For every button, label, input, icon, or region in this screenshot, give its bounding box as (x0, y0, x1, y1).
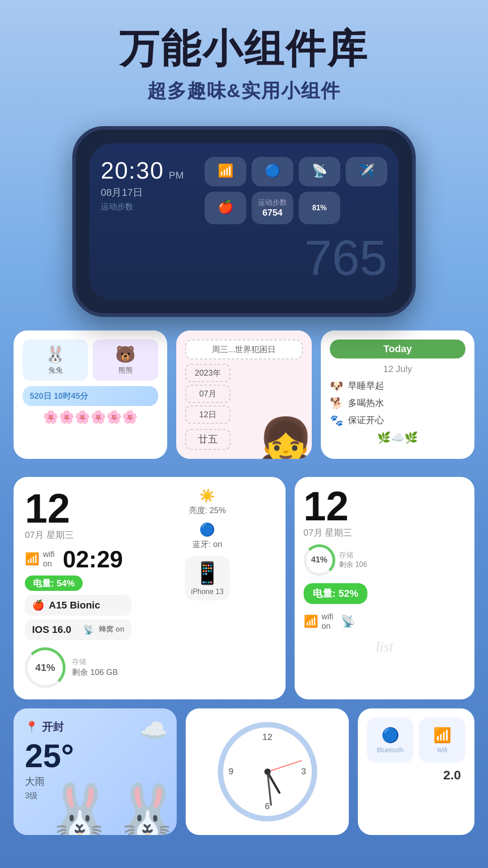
battery-right: 电量: 52% (304, 583, 367, 604)
sub-title: 超多趣味&实用小组件 (18, 78, 470, 104)
wifi-btn[interactable]: 📶 Wifi (419, 717, 465, 763)
time-display: 02:29 (63, 546, 123, 573)
header-section: 万能小组件库 超多趣味&实用小组件 (0, 0, 488, 117)
clock-sec-hand (267, 760, 302, 772)
flowers-deco: 🌸🌸🌸🌸🌸🌸 (23, 410, 158, 425)
today-date: 12 July (330, 364, 465, 374)
main-info-widget: 12 07月 星期三 📶 wifi on 02:29 电量: 54% 🍎 A15… (14, 477, 286, 699)
storage-circle-right: 41% (304, 544, 335, 576)
weather-widget: 📍 开封 ☁️ 25° 大雨 3级 🐰🐰 (14, 708, 177, 835)
wifi-icon-left: 📶 (25, 552, 39, 566)
small-date-left: 07月 星期三 (25, 529, 131, 541)
bt-icon: 🔵 (265, 163, 281, 178)
cal-lunar: 廿五 (185, 429, 230, 450)
steps-count: 6754 (263, 208, 283, 218)
task-item-1: 🐶 早睡早起 (330, 380, 465, 392)
task-text-3: 保证开心 (348, 414, 384, 426)
weather-temp: 25° (25, 740, 165, 772)
small-btn-row-top: 🔵 Bluetooth 📶 Wifi (367, 717, 465, 763)
phone-time: 20:30 PM (101, 157, 184, 184)
animal-grid: 🐰 兔兔 🐻 熊熊 (23, 340, 158, 381)
wifi-icon-right: 📶 (304, 614, 318, 628)
widget-anime: 周三...世界犯困日 2023年 07月 12日 廿五 👧 (176, 330, 312, 459)
clock-widget: 12 3 6 9 (186, 708, 349, 835)
phone-frame: 20:30 PM 08月17日 运动步数 📶 🔵 📡 (72, 126, 416, 317)
bluetooth-btn[interactable]: 🔵 Bluetooth (367, 717, 413, 763)
wifi-label-right: wifi on (322, 612, 333, 631)
apple-icon: 🍎 (218, 199, 234, 214)
wifi-label-left: wifi on (43, 550, 55, 569)
widget-animals: 🐰 兔兔 🐻 熊熊 520日 10时45分 🌸🌸🌸🌸🌸🌸 (14, 330, 167, 459)
speech-bubble: 周三...世界犯困日 (185, 340, 303, 359)
small-num: 2.0 (443, 768, 461, 783)
cal-month: 07月 (185, 385, 230, 403)
wifi-icon: 📶 (218, 163, 234, 178)
location-text: 开封 (42, 720, 64, 734)
phone-mockup-section: 20:30 PM 08月17日 运动步数 📶 🔵 📡 (0, 117, 488, 317)
wifi-btn-icon: 📶 (433, 726, 451, 744)
task-item-3: 🐾 保证开心 (330, 414, 465, 427)
phone-steps-label: 运动步数 (101, 201, 184, 212)
big-date-right: 12 (304, 486, 465, 527)
script-text: list (304, 638, 465, 655)
cc-airdrop[interactable]: 📡 (299, 157, 340, 186)
widgets-section: 🐰 兔兔 🐻 熊熊 520日 10时45分 🌸🌸🌸🌸🌸🌸 周三...世界犯困日 … (0, 317, 488, 477)
cc-battery[interactable]: 81% (299, 192, 340, 224)
phone-image-box: 📱 iPhone 13 (185, 556, 230, 600)
task-item-2: 🐕 多喝热水 (330, 397, 465, 410)
brightness-label: 亮度: 25% (189, 505, 226, 516)
phone-model-label: iPhone 13 (191, 588, 224, 596)
clock-face: 12 3 6 9 (218, 722, 317, 821)
battery-pct: 81% (312, 204, 327, 212)
partial-right-widget: 12 07月 星期三 41% 存储 剩余 106 电量: 52% 📶 wifi … (295, 477, 474, 699)
clouds-deco: ☁️ (140, 717, 168, 744)
bottom-row: 📍 开封 ☁️ 25° 大雨 3级 🐰🐰 12 3 6 9 🔵 Bluetoot… (0, 708, 488, 849)
control-center: 📶 🔵 📡 ✈️ 🍎 运动步数 (205, 157, 387, 224)
widget-today: Today 12 July 🐶 早睡早起 🐕 多喝热水 🐾 保证开心 🌿☁️🌿 (321, 330, 474, 459)
airdrop-icon: 📡 (312, 163, 328, 178)
animal-card-rabbit: 🐰 兔兔 (23, 340, 88, 381)
clock-12: 12 (263, 732, 272, 742)
cc-wifi[interactable]: 📶 (205, 157, 246, 186)
task-text-2: 多喝热水 (348, 397, 384, 409)
storage-pct: 41% (35, 662, 55, 674)
remain-right: 剩余 106 (339, 560, 367, 570)
main-title: 万能小组件库 (18, 27, 470, 71)
anime-girl-deco: 👧 (258, 418, 312, 459)
phone-screen: 20:30 PM 08月17日 运动步数 📶 🔵 📡 (89, 143, 399, 300)
cc-apple[interactable]: 🍎 (205, 192, 246, 224)
storage-label: 剩余 106 GB (72, 667, 118, 678)
countdown-bar: 520日 10时45分 (23, 386, 158, 406)
storage-pct-right: 41% (311, 555, 328, 565)
steps-label: 运动步数 (258, 198, 287, 208)
cal-day: 12日 (185, 406, 230, 424)
info-section: 12 07月 星期三 📶 wifi on 02:29 电量: 54% 🍎 A15… (0, 477, 488, 708)
brightness-icon: ☀️ (199, 488, 215, 503)
bear-name: 熊熊 (98, 366, 153, 375)
animal-card-bear: 🐻 熊熊 (93, 340, 158, 381)
small-buttons-widget: 🔵 Bluetooth 📶 Wifi 2.0 (358, 708, 474, 835)
cc-steps[interactable]: 运动步数 6754 (252, 192, 293, 224)
rabbit-name: 兔兔 (28, 366, 83, 375)
weather-deco: 🐰🐰 (46, 780, 177, 835)
clock-3: 3 (301, 766, 306, 777)
phone-date: 08月17日 (101, 186, 184, 199)
big-date-left: 12 (25, 488, 131, 529)
today-header: Today (330, 340, 465, 359)
clock-center-dot (264, 769, 271, 775)
location-pin-icon: 📍 (25, 721, 38, 733)
airplane-icon: ✈️ (359, 163, 375, 178)
cell-label: 蜂窝 on (99, 625, 124, 634)
bluetooth-btn-icon: 🔵 (381, 726, 399, 744)
cc-bluetooth[interactable]: 🔵 (252, 157, 293, 186)
weather-location: 📍 开封 ☁️ (25, 720, 165, 734)
phone-time-row: 20:30 PM 08月17日 运动步数 📶 🔵 📡 (101, 157, 387, 224)
small-date-right: 07月 星期三 (304, 527, 465, 539)
chip-label: A15 Bionic (49, 599, 100, 611)
cc-airplane[interactable]: ✈️ (346, 157, 387, 186)
wifi-btn-label: Wifi (437, 746, 447, 754)
clock-9: 9 (229, 766, 234, 777)
clock-6: 6 (265, 801, 270, 811)
battery-left: 电量: 54% (25, 576, 83, 591)
widgets-row-1: 🐰 兔兔 🐻 熊熊 520日 10时45分 🌸🌸🌸🌸🌸🌸 周三...世界犯困日 … (14, 330, 474, 459)
